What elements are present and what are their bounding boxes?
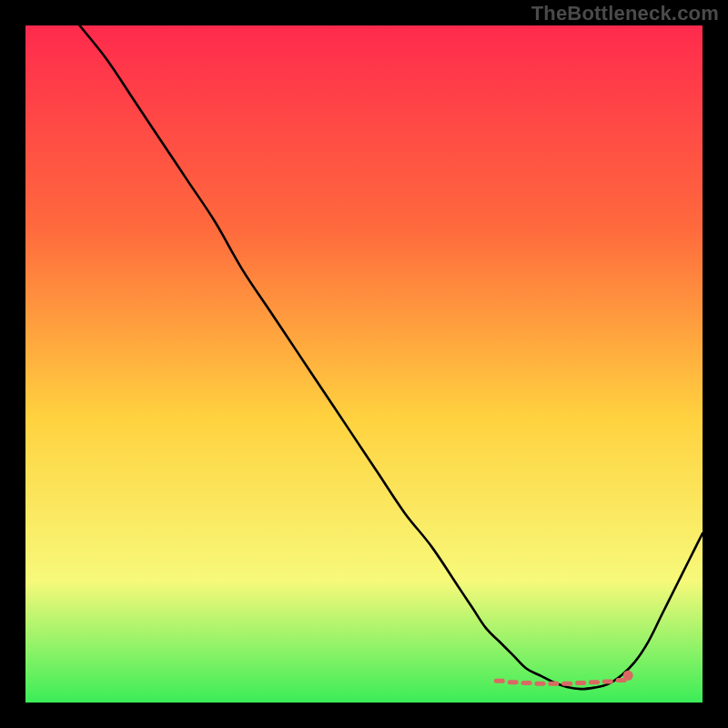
bottleneck-chart [25,25,703,703]
optimal-range-tick [589,680,600,684]
optimal-range-tick [521,681,532,685]
optimal-range-tick [602,679,613,683]
watermark-label: TheBottleneck.com [531,2,719,25]
optimal-range-tick [494,679,505,683]
optimal-range-tick [508,680,519,684]
optimal-range-tick [534,682,545,686]
optimal-range-tick [548,682,559,686]
optimal-range-tick [575,681,586,685]
plot-area [25,25,703,703]
selected-point-marker [623,671,633,681]
optimal-range-tick [561,682,572,686]
gradient-background [25,25,703,703]
chart-frame: TheBottleneck.com [0,0,728,728]
